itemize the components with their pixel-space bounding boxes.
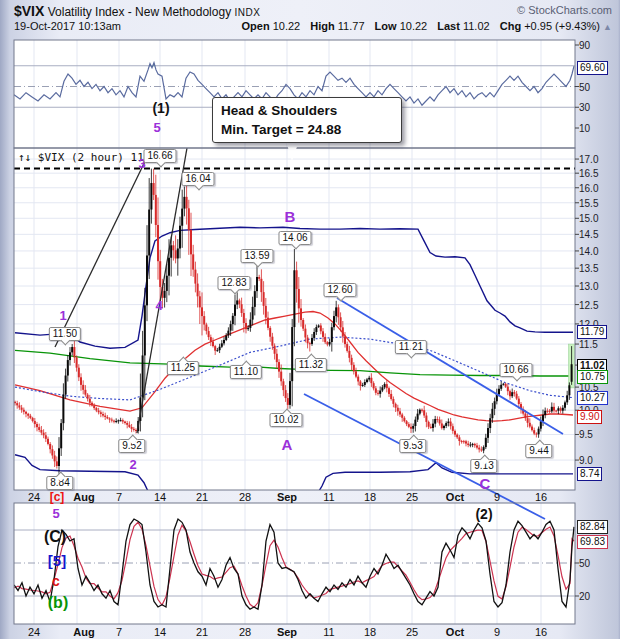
x-axis-date-label: 21 xyxy=(196,626,208,638)
elliott-wave-label: C xyxy=(480,475,491,492)
y-axis-value-box: 69.83 xyxy=(577,535,608,549)
elliott-wave-label: 5 xyxy=(153,120,160,135)
price-callout: 9.13 xyxy=(470,459,497,473)
x-axis-wave-label: [c] xyxy=(50,490,65,504)
price-callout: 8.84 xyxy=(46,476,73,490)
x-axis-date-label: 25 xyxy=(406,626,418,638)
price-callout: 9.44 xyxy=(525,444,552,458)
price-callout: 11.32 xyxy=(295,358,327,372)
price-callout: 9.52 xyxy=(118,439,145,453)
x-axis-date-label: 16 xyxy=(535,491,547,503)
y-axis-tick-label: 50 xyxy=(579,81,590,92)
elliott-wave-label: (b) xyxy=(48,594,68,612)
price-callout: 11.25 xyxy=(167,361,199,375)
x-axis-date-label: Sep xyxy=(277,626,297,638)
stockcharts-chart-page: $VIX Volatility Index - New Methodology … xyxy=(0,0,620,639)
x-axis-date-label: 25 xyxy=(406,491,418,503)
y-axis-tick-label: 14.5 xyxy=(579,229,598,240)
y-axis-tick-label: 9.5 xyxy=(579,429,593,440)
price-callout: 9.53 xyxy=(399,439,426,453)
annotation-line2: Min. Target = 24.88 xyxy=(221,120,393,139)
price-callout: 16.04 xyxy=(181,172,214,186)
elliott-wave-label: (C) xyxy=(44,528,66,546)
elliott-wave-label: B xyxy=(285,208,296,225)
x-axis-date-label: 14 xyxy=(154,491,166,503)
x-axis-date-label: 16 xyxy=(535,626,547,638)
y-axis-tick-label: 20 xyxy=(579,591,590,602)
y-axis-value-box: 82.84 xyxy=(577,520,608,534)
y-axis-tick-label: 11.5 xyxy=(579,339,598,350)
price-callout: 12.60 xyxy=(323,283,356,297)
x-axis-date-label: 18 xyxy=(364,626,376,638)
y-axis-value-box: 10.27 xyxy=(577,391,608,405)
chart-canvas xyxy=(0,0,620,639)
y-axis-tick-label: 50 xyxy=(579,558,590,569)
y-axis-tick-label: 14.0 xyxy=(579,245,598,256)
elliott-wave-label: A xyxy=(282,436,293,453)
x-axis-date-label: 11 xyxy=(323,626,334,638)
price-callout: 11.50 xyxy=(49,327,81,341)
price-callout: 16.66 xyxy=(143,149,176,163)
head-shoulders-annotation: Head & Shoulders Min. Target = 24.88 xyxy=(212,97,402,143)
price-callout: 11.21 xyxy=(395,340,427,354)
x-axis-date-label: 28 xyxy=(239,491,251,503)
x-axis-date-label: 14 xyxy=(154,626,166,638)
x-axis-date-label: 9 xyxy=(494,626,500,638)
y-axis-value-box: 8.74 xyxy=(577,467,602,481)
x-axis-date-label: 21 xyxy=(196,491,208,503)
y-axis-tick-label: 16.0 xyxy=(579,182,598,193)
x-axis-date-label: Oct xyxy=(446,626,464,638)
elliott-wave-label: 2 xyxy=(129,457,136,472)
x-axis-date-label: Aug xyxy=(73,626,94,638)
y-axis-tick-label: 13.0 xyxy=(579,281,598,292)
annotation-line1: Head & Shoulders xyxy=(221,101,393,120)
x-axis-date-label: 24 xyxy=(28,626,40,638)
price-callout: 10.66 xyxy=(499,363,532,377)
price-callout: 10.02 xyxy=(269,413,302,427)
x-axis-date-label: 9 xyxy=(494,491,500,503)
price-callout: 14.06 xyxy=(278,231,311,245)
y-axis-tick-label: 15.5 xyxy=(579,197,598,208)
x-axis-date-label: 7 xyxy=(116,491,122,503)
elliott-wave-label: c xyxy=(52,573,60,589)
x-axis-date-label: 11 xyxy=(323,491,334,503)
x-axis-date-label: Sep xyxy=(277,491,297,503)
y-axis-tick-label: 90 xyxy=(579,40,590,51)
y-axis-tick-label: 9.0 xyxy=(579,455,593,466)
x-axis-date-label: 7 xyxy=(116,626,122,638)
y-axis-tick-label: 10 xyxy=(579,123,590,134)
x-axis-date-label: Oct xyxy=(446,491,464,503)
elliott-wave-label: 4 xyxy=(155,298,162,313)
x-axis-date-label: 28 xyxy=(239,626,251,638)
x-axis-date-label: 18 xyxy=(364,491,376,503)
y-axis-value-box: 69.60 xyxy=(577,61,608,75)
y-axis-value-box: 9.90 xyxy=(577,410,602,424)
y-axis-tick-label: 30 xyxy=(579,102,590,113)
elliott-wave-label: [5] xyxy=(48,552,66,569)
elliott-wave-label: 1 xyxy=(59,308,66,323)
x-axis-date-label: Aug xyxy=(73,491,94,503)
price-callout: 12.83 xyxy=(217,276,250,290)
elliott-wave-label: (2) xyxy=(475,506,492,522)
y-axis-value-box: 10.75 xyxy=(577,370,608,384)
y-axis-tick-label: 17.0 xyxy=(579,154,598,165)
price-callout: 13.59 xyxy=(240,249,273,263)
y-axis-tick-label: 13.5 xyxy=(579,263,598,274)
y-axis-tick-label: 16.5 xyxy=(579,168,598,179)
y-axis-value-box: 11.79 xyxy=(577,325,607,339)
price-callout: 11.10 xyxy=(230,365,262,379)
x-axis-date-label: 24 xyxy=(28,491,40,503)
y-axis-tick-label: 12.5 xyxy=(579,299,598,310)
elliott-wave-label: 5 xyxy=(52,506,59,521)
elliott-wave-label: (1) xyxy=(152,100,169,116)
y-axis-tick-label: 15.0 xyxy=(579,213,598,224)
